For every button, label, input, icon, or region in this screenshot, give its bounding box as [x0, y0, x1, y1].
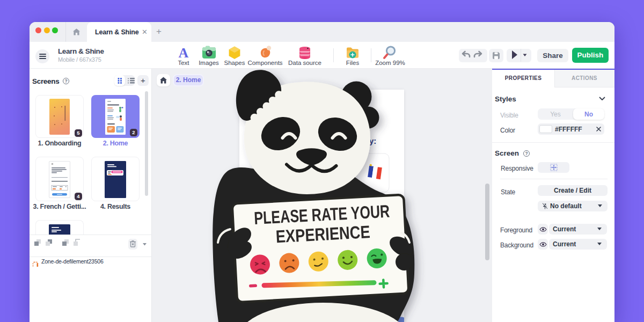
svg-text:A: A	[179, 45, 189, 61]
